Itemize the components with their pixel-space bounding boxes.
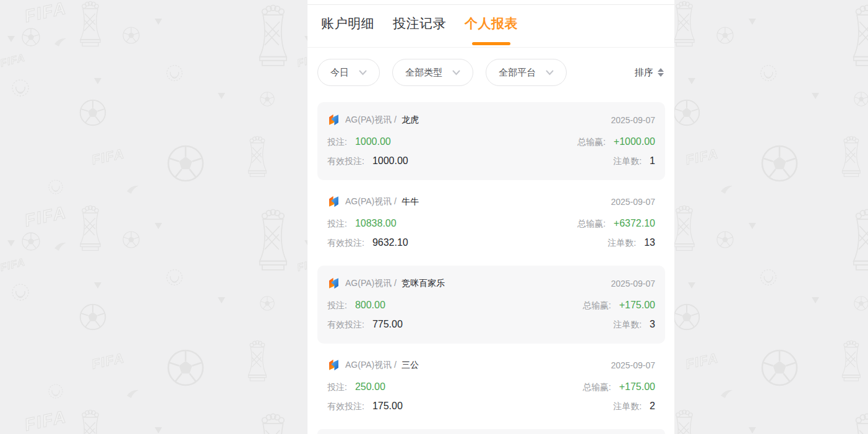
total-win-value: +6372.10 [614,218,655,229]
tab-personal-report-label: 个人报表 [465,15,518,32]
ag-platform-logo-icon [327,195,340,208]
valid-bet-row: 有效投注: 1000.00 注单数: 1 [327,155,655,167]
record-date: 2025-09-07 [611,279,655,289]
valid-bet-label: 有效投注: [327,401,364,412]
record-card[interactable]: AG(PA)视讯 / 三公 2025-09-07 投注: 250.00 总输赢:… [317,347,665,425]
ag-platform-logo-icon [327,113,340,126]
game-name: 竞咪百家乐 [402,278,445,289]
active-tab-underline [472,42,510,45]
record-card[interactable]: AG(PA)视讯 / 牛牛 2025-09-07 投注: 10838.00 总输… [317,184,665,262]
bet-label: 投注: [327,137,347,148]
total-win-value: +175.00 [619,381,655,393]
valid-bet-value: 775.00 [372,319,403,330]
record-card-header: AG(PA)视讯 / 龙虎 2025-09-07 [327,113,655,126]
type-filter-label: 全部类型 [405,67,442,79]
record-card[interactable]: AG(PA)视讯 / 龙虎 2025-09-07 投注: 1000.00 总输赢… [317,102,665,180]
record-card-partial[interactable] [317,429,665,434]
bet-label: 投注: [327,219,347,230]
type-filter-dropdown[interactable]: 全部类型 [392,59,473,86]
bet-row: 投注: 1000.00 总输赢: +1000.00 [327,136,655,148]
bet-value: 800.00 [355,300,385,311]
record-card-header: AG(PA)视讯 / 牛牛 2025-09-07 [327,195,655,208]
order-count-value: 13 [644,237,655,248]
ag-platform-logo-icon [327,277,340,290]
bet-row: 投注: 250.00 总输赢: +175.00 [327,381,655,393]
order-count-label: 注单数: [613,319,642,331]
bet-label: 投注: [327,382,347,393]
bet-value: 10838.00 [355,218,397,229]
provider-name: AG(PA)视讯 / [345,196,397,207]
order-count-value: 2 [650,401,655,412]
tab-bar: 账户明细 投注记录 个人报表 [307,0,674,48]
valid-bet-value: 9632.10 [372,237,408,248]
record-card-header: AG(PA)视讯 / 三公 2025-09-07 [327,358,655,371]
records-list: AG(PA)视讯 / 龙虎 2025-09-07 投注: 1000.00 总输赢… [317,102,665,434]
report-panel: 账户明细 投注记录 个人报表 今日 全部类型 全部平台 排序 [307,0,674,434]
record-card[interactable]: AG(PA)视讯 / 竞咪百家乐 2025-09-07 投注: 800.00 总… [317,266,665,344]
valid-bet-row: 有效投注: 9632.10 注单数: 13 [327,237,655,249]
bet-value: 250.00 [355,381,385,393]
sort-label: 排序 [635,67,653,79]
chevron-down-icon [546,70,554,76]
order-count-label: 注单数: [613,156,642,167]
order-count-value: 1 [650,155,655,167]
valid-bet-value: 175.00 [372,401,403,412]
valid-bet-row: 有效投注: 775.00 注单数: 3 [327,319,655,331]
valid-bet-label: 有效投注: [327,319,364,331]
valid-bet-row: 有效投注: 175.00 注单数: 2 [327,401,655,412]
bet-label: 投注: [327,300,347,311]
valid-bet-value: 1000.00 [372,155,408,167]
provider-name: AG(PA)视讯 / [345,115,397,126]
order-count-label: 注单数: [608,238,636,249]
total-win-value: +175.00 [619,300,655,311]
bet-value: 1000.00 [355,136,391,147]
bet-row: 投注: 800.00 总输赢: +175.00 [327,300,655,311]
tab-account-details[interactable]: 账户明细 [321,0,374,47]
record-date: 2025-09-07 [611,360,655,370]
provider-name: AG(PA)视讯 / [345,360,397,371]
record-card-header: AG(PA)视讯 / 竞咪百家乐 2025-09-07 [327,277,655,290]
date-filter-label: 今日 [330,67,349,79]
provider-name: AG(PA)视讯 / [345,278,397,289]
chevron-down-icon [359,70,367,76]
tab-personal-report[interactable]: 个人报表 [465,0,518,47]
total-win-value: +1000.00 [614,136,655,147]
game-name: 龙虎 [402,115,419,126]
platform-filter-label: 全部平台 [499,67,536,79]
game-name: 牛牛 [402,196,419,207]
total-win-label: 总输赢: [583,382,611,393]
date-filter-dropdown[interactable]: 今日 [317,59,380,86]
sort-arrows-icon [658,68,664,77]
game-name: 三公 [402,360,419,371]
valid-bet-label: 有效投注: [327,238,364,249]
record-date: 2025-09-07 [611,197,655,207]
total-win-label: 总输赢: [583,300,611,311]
sort-control[interactable]: 排序 [635,67,665,79]
ag-platform-logo-icon [327,358,340,371]
bet-row: 投注: 10838.00 总输赢: +6372.10 [327,218,655,230]
order-count-value: 3 [650,319,655,330]
total-win-label: 总输赢: [577,137,606,148]
total-win-label: 总输赢: [577,219,606,230]
record-date: 2025-09-07 [611,115,655,125]
platform-filter-dropdown[interactable]: 全部平台 [486,59,567,86]
order-count-label: 注单数: [613,401,642,412]
valid-bet-label: 有效投注: [327,156,364,167]
filter-bar: 今日 全部类型 全部平台 排序 [317,59,665,86]
tab-betting-records[interactable]: 投注记录 [393,0,446,47]
chevron-down-icon [452,70,460,76]
